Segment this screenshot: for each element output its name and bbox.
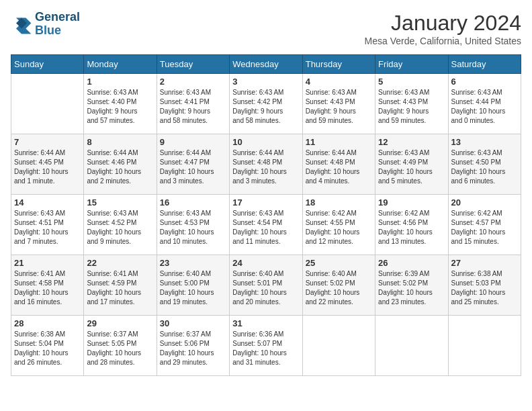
day-of-week-wednesday: Wednesday <box>230 55 302 74</box>
day-number: 4 <box>306 77 372 87</box>
calendar-week-3: 14Sunrise: 6:43 AM Sunset: 4:51 PM Dayli… <box>11 195 521 255</box>
calendar-cell <box>11 74 84 134</box>
calendar-week-1: 1Sunrise: 6:43 AM Sunset: 4:40 PM Daylig… <box>11 74 521 134</box>
day-of-week-thursday: Thursday <box>302 55 375 74</box>
calendar-cell: 13Sunrise: 6:43 AM Sunset: 4:50 PM Dayli… <box>448 134 521 195</box>
calendar-cell: 10Sunrise: 6:44 AM Sunset: 4:48 PM Dayli… <box>230 134 302 195</box>
day-of-week-friday: Friday <box>375 55 448 74</box>
day-number: 25 <box>306 258 372 268</box>
calendar-cell: 3Sunrise: 6:43 AM Sunset: 4:42 PM Daylig… <box>230 74 302 134</box>
calendar-cell: 30Sunrise: 6:37 AM Sunset: 5:06 PM Dayli… <box>157 316 229 376</box>
day-number: 30 <box>160 318 226 328</box>
logo-icon <box>11 13 32 35</box>
calendar-cell: 14Sunrise: 6:43 AM Sunset: 4:51 PM Dayli… <box>11 195 84 255</box>
calendar-cell: 27Sunrise: 6:38 AM Sunset: 5:03 PM Dayli… <box>448 255 521 316</box>
calendar-cell: 21Sunrise: 6:41 AM Sunset: 4:58 PM Dayli… <box>11 255 84 316</box>
location-subtitle: Mesa Verde, California, United States <box>365 36 521 46</box>
calendar-body: 1Sunrise: 6:43 AM Sunset: 4:40 PM Daylig… <box>11 74 521 376</box>
day-number: 20 <box>451 197 518 208</box>
calendar-cell: 8Sunrise: 6:44 AM Sunset: 4:46 PM Daylig… <box>84 134 157 195</box>
day-of-week-saturday: Saturday <box>448 55 521 74</box>
calendar-cell: 2Sunrise: 6:43 AM Sunset: 4:41 PM Daylig… <box>157 74 229 134</box>
day-info: Sunrise: 6:44 AM Sunset: 4:46 PM Dayligh… <box>87 148 153 186</box>
day-number: 5 <box>378 77 445 87</box>
day-number: 19 <box>378 197 445 208</box>
day-number: 12 <box>378 137 445 147</box>
day-info: Sunrise: 6:43 AM Sunset: 4:49 PM Dayligh… <box>378 148 445 186</box>
day-info: Sunrise: 6:38 AM Sunset: 5:04 PM Dayligh… <box>14 330 81 367</box>
day-info: Sunrise: 6:44 AM Sunset: 4:48 PM Dayligh… <box>306 148 372 186</box>
day-info: Sunrise: 6:43 AM Sunset: 4:51 PM Dayligh… <box>14 209 81 246</box>
day-number: 14 <box>14 197 81 208</box>
days-of-week-row: SundayMondayTuesdayWednesdayThursdayFrid… <box>11 55 521 74</box>
day-info: Sunrise: 6:43 AM Sunset: 4:43 PM Dayligh… <box>378 88 445 126</box>
calendar-cell: 4Sunrise: 6:43 AM Sunset: 4:43 PM Daylig… <box>302 74 375 134</box>
day-info: Sunrise: 6:43 AM Sunset: 4:54 PM Dayligh… <box>232 209 299 246</box>
month-year-title: January 2024 <box>365 11 521 36</box>
day-info: Sunrise: 6:38 AM Sunset: 5:03 PM Dayligh… <box>451 269 518 307</box>
calendar-cell: 26Sunrise: 6:39 AM Sunset: 5:02 PM Dayli… <box>375 255 448 316</box>
calendar-cell: 29Sunrise: 6:37 AM Sunset: 5:05 PM Dayli… <box>84 316 157 376</box>
day-number: 27 <box>451 258 518 268</box>
day-info: Sunrise: 6:44 AM Sunset: 4:45 PM Dayligh… <box>14 148 81 186</box>
calendar-cell: 15Sunrise: 6:43 AM Sunset: 4:52 PM Dayli… <box>84 195 157 255</box>
day-info: Sunrise: 6:43 AM Sunset: 4:43 PM Dayligh… <box>306 88 372 126</box>
day-info: Sunrise: 6:42 AM Sunset: 4:57 PM Dayligh… <box>451 209 518 246</box>
calendar-cell: 11Sunrise: 6:44 AM Sunset: 4:48 PM Dayli… <box>302 134 375 195</box>
day-number: 15 <box>87 197 153 208</box>
day-number: 22 <box>87 258 153 268</box>
day-number: 9 <box>160 137 226 147</box>
day-info: Sunrise: 6:37 AM Sunset: 5:05 PM Dayligh… <box>87 330 153 367</box>
day-of-week-tuesday: Tuesday <box>157 55 229 74</box>
calendar-cell <box>302 316 375 376</box>
calendar-cell: 12Sunrise: 6:43 AM Sunset: 4:49 PM Dayli… <box>375 134 448 195</box>
day-of-week-monday: Monday <box>84 55 157 74</box>
calendar-cell: 20Sunrise: 6:42 AM Sunset: 4:57 PM Dayli… <box>448 195 521 255</box>
day-number: 16 <box>160 197 226 208</box>
calendar-table: SundayMondayTuesdayWednesdayThursdayFrid… <box>11 54 521 376</box>
calendar-cell: 6Sunrise: 6:43 AM Sunset: 4:44 PM Daylig… <box>448 74 521 134</box>
calendar-cell: 5Sunrise: 6:43 AM Sunset: 4:43 PM Daylig… <box>375 74 448 134</box>
day-number: 7 <box>14 137 81 147</box>
day-info: Sunrise: 6:43 AM Sunset: 4:40 PM Dayligh… <box>87 88 153 126</box>
calendar-cell: 24Sunrise: 6:40 AM Sunset: 5:01 PM Dayli… <box>230 255 302 316</box>
calendar-week-5: 28Sunrise: 6:38 AM Sunset: 5:04 PM Dayli… <box>11 316 521 376</box>
day-number: 11 <box>306 137 372 147</box>
day-number: 2 <box>160 77 226 87</box>
day-number: 1 <box>87 77 153 87</box>
calendar-cell: 1Sunrise: 6:43 AM Sunset: 4:40 PM Daylig… <box>84 74 157 134</box>
calendar-cell: 9Sunrise: 6:44 AM Sunset: 4:47 PM Daylig… <box>157 134 229 195</box>
day-number: 26 <box>378 258 445 268</box>
calendar-cell: 17Sunrise: 6:43 AM Sunset: 4:54 PM Dayli… <box>230 195 302 255</box>
day-number: 28 <box>14 318 81 328</box>
calendar-week-2: 7Sunrise: 6:44 AM Sunset: 4:45 PM Daylig… <box>11 134 521 195</box>
calendar-cell <box>448 316 521 376</box>
day-info: Sunrise: 6:43 AM Sunset: 4:50 PM Dayligh… <box>451 148 518 186</box>
day-info: Sunrise: 6:41 AM Sunset: 4:59 PM Dayligh… <box>87 269 153 307</box>
day-info: Sunrise: 6:41 AM Sunset: 4:58 PM Dayligh… <box>14 269 81 307</box>
calendar-cell: 19Sunrise: 6:42 AM Sunset: 4:56 PM Dayli… <box>375 195 448 255</box>
day-info: Sunrise: 6:37 AM Sunset: 5:06 PM Dayligh… <box>160 330 226 367</box>
day-number: 23 <box>160 258 226 268</box>
day-info: Sunrise: 6:44 AM Sunset: 4:48 PM Dayligh… <box>232 148 299 186</box>
day-number: 29 <box>87 318 153 328</box>
calendar-header: SundayMondayTuesdayWednesdayThursdayFrid… <box>11 55 521 74</box>
day-number: 8 <box>87 137 153 147</box>
calendar-cell: 18Sunrise: 6:42 AM Sunset: 4:55 PM Dayli… <box>302 195 375 255</box>
day-info: Sunrise: 6:43 AM Sunset: 4:44 PM Dayligh… <box>451 88 518 126</box>
day-number: 10 <box>232 137 299 147</box>
calendar-cell: 25Sunrise: 6:40 AM Sunset: 5:02 PM Dayli… <box>302 255 375 316</box>
day-info: Sunrise: 6:43 AM Sunset: 4:53 PM Dayligh… <box>160 209 226 246</box>
day-number: 24 <box>232 258 299 268</box>
title-block: January 2024 Mesa Verde, California, Uni… <box>365 11 521 46</box>
calendar-cell: 31Sunrise: 6:36 AM Sunset: 5:07 PM Dayli… <box>230 316 302 376</box>
calendar-cell: 22Sunrise: 6:41 AM Sunset: 4:59 PM Dayli… <box>84 255 157 316</box>
day-info: Sunrise: 6:43 AM Sunset: 4:42 PM Dayligh… <box>232 88 299 126</box>
day-info: Sunrise: 6:40 AM Sunset: 5:02 PM Dayligh… <box>306 269 372 307</box>
day-number: 18 <box>306 197 372 208</box>
day-number: 13 <box>451 137 518 147</box>
day-number: 6 <box>451 77 518 87</box>
day-info: Sunrise: 6:36 AM Sunset: 5:07 PM Dayligh… <box>232 330 299 367</box>
day-info: Sunrise: 6:40 AM Sunset: 5:00 PM Dayligh… <box>160 269 226 307</box>
day-number: 3 <box>232 77 299 87</box>
